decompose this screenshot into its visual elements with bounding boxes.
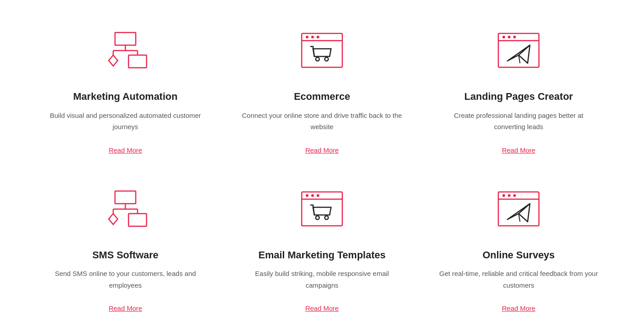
- svg-point-13: [325, 57, 328, 61]
- svg-rect-29: [302, 192, 342, 226]
- card-description: Get real-time, reliable and critical fee…: [438, 268, 599, 291]
- online-surveys-icon: [494, 181, 543, 240]
- card-landing-pages: Landing Pages Creator Create professiona…: [420, 9, 617, 168]
- read-more-link[interactable]: Read More: [305, 304, 339, 312]
- card-marketing-automation: Marketing Automation Build visual and pe…: [27, 9, 224, 168]
- marketing-automation-icon: [101, 23, 150, 81]
- svg-point-32: [311, 194, 314, 197]
- card-title: SMS Software: [92, 249, 159, 262]
- svg-point-18: [513, 36, 516, 38]
- svg-point-35: [325, 216, 328, 219]
- svg-point-31: [306, 194, 308, 197]
- card-sms-software: SMS Software Send SMS online to your cus…: [27, 168, 224, 322]
- card-description: Send SMS online to your customers, leads…: [45, 268, 206, 291]
- read-more-link[interactable]: Read More: [109, 146, 142, 154]
- card-title: Online Surveys: [483, 249, 555, 262]
- card-title: Ecommerce: [294, 90, 350, 103]
- svg-line-42: [519, 204, 530, 214]
- svg-rect-14: [498, 33, 539, 67]
- card-description: Build visual and personalized automated …: [45, 110, 206, 133]
- card-online-surveys: Online Surveys Get real-time, reliable a…: [420, 168, 617, 322]
- svg-point-11: [317, 36, 319, 38]
- card-description: Easily build striking, mobile responsive…: [242, 268, 402, 291]
- card-ecommerce: Ecommerce Connect your online store and …: [224, 9, 420, 168]
- svg-marker-5: [109, 55, 118, 66]
- svg-rect-7: [302, 33, 342, 67]
- svg-point-12: [316, 57, 319, 61]
- svg-rect-22: [115, 191, 136, 204]
- card-description: Create professional landing pages better…: [438, 110, 599, 133]
- feature-grid: Marketing Automation Build visual and pe…: [0, 0, 644, 322]
- read-more-link[interactable]: Read More: [305, 146, 339, 154]
- landing-pages-icon: [494, 23, 543, 81]
- svg-point-17: [508, 36, 511, 38]
- read-more-link[interactable]: Read More: [502, 304, 535, 312]
- svg-line-20: [519, 45, 530, 55]
- svg-rect-28: [129, 214, 147, 226]
- svg-point-39: [508, 194, 511, 197]
- read-more-link[interactable]: Read More: [502, 146, 535, 154]
- svg-point-38: [502, 194, 505, 197]
- svg-rect-6: [129, 55, 147, 68]
- email-marketing-icon: [297, 181, 347, 240]
- svg-point-9: [306, 36, 308, 38]
- svg-point-10: [311, 36, 314, 38]
- svg-point-40: [513, 194, 516, 197]
- svg-rect-0: [115, 33, 136, 45]
- ecommerce-icon: [297, 23, 347, 81]
- card-email-marketing: Email Marketing Templates Easily build s…: [224, 168, 420, 322]
- card-description: Connect your online store and drive traf…: [242, 110, 402, 133]
- card-title: Marketing Automation: [73, 90, 177, 103]
- svg-point-33: [317, 194, 319, 197]
- svg-rect-36: [498, 192, 539, 226]
- sms-software-icon: [101, 181, 150, 240]
- card-title: Landing Pages Creator: [465, 90, 573, 103]
- card-title: Email Marketing Templates: [258, 249, 386, 262]
- read-more-link[interactable]: Read More: [109, 304, 142, 312]
- svg-point-16: [502, 36, 505, 38]
- svg-marker-27: [109, 214, 118, 224]
- svg-point-34: [316, 216, 319, 219]
